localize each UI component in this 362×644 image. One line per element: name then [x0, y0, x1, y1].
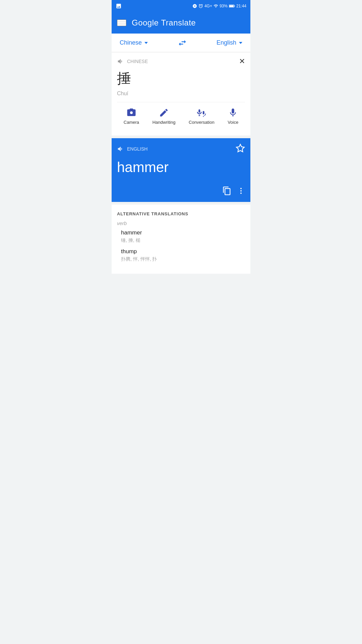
- photo-icon: [116, 3, 122, 9]
- status-bar-right: 4G+ 93% 21:44: [192, 4, 246, 8]
- voice-label: Voice: [228, 120, 238, 125]
- mic-icon: [228, 108, 238, 118]
- app-title: Google Translate: [132, 18, 196, 28]
- source-lang-chevron-down-icon: [144, 42, 148, 44]
- pen-icon: [159, 108, 169, 118]
- svg-point-5: [240, 190, 242, 192]
- swap-horizontal-icon: [178, 38, 187, 48]
- svg-rect-1: [229, 5, 234, 7]
- translated-word: hammer: [117, 159, 245, 175]
- network-label: 4G+: [204, 4, 212, 8]
- camera-icon: [126, 108, 136, 118]
- alarm-icon: [198, 4, 203, 8]
- pos-label-verb: verb: [117, 220, 245, 226]
- source-language-button[interactable]: Chinese: [117, 37, 150, 49]
- svg-point-4: [240, 188, 242, 189]
- source-language-label: Chinese: [120, 39, 142, 46]
- input-area: CHINESE ✕ 捶 Chuí Camera Handwriting Conv…: [112, 52, 250, 136]
- menu-button[interactable]: [117, 19, 126, 26]
- target-lang-chevron-down-icon: [239, 42, 242, 44]
- app-bar: Google Translate: [112, 12, 250, 34]
- dual-mic-icon: [196, 108, 206, 118]
- target-language-label: English: [217, 39, 236, 46]
- time-label: 21:44: [236, 4, 246, 8]
- svg-marker-3: [236, 144, 244, 152]
- app-title-google: Google: [132, 18, 161, 27]
- alternative-translations: ALTERNATIVE TRANSLATIONS verb hammer 锤, …: [112, 205, 250, 274]
- tools-row: Camera Handwriting Conversation Voice: [117, 102, 245, 130]
- battery-label: 93%: [220, 4, 228, 8]
- close-input-button[interactable]: ✕: [239, 58, 245, 65]
- app-title-translate: Translate: [161, 18, 196, 27]
- romanization-text: Chuí: [117, 91, 245, 97]
- signal-icon: [214, 4, 218, 8]
- copy-button[interactable]: [222, 186, 232, 197]
- more-vertical-icon: [237, 187, 245, 195]
- input-speaker-icon[interactable]: [117, 58, 124, 65]
- alt-word-thump: thump: [117, 248, 245, 255]
- camera-label: Camera: [124, 120, 139, 125]
- input-header: CHINESE ✕: [117, 58, 245, 65]
- voice-button[interactable]: Voice: [222, 105, 244, 127]
- svg-rect-2: [234, 6, 235, 7]
- conversation-button[interactable]: Conversation: [183, 105, 220, 127]
- translation-area: ENGLISH hammer: [112, 138, 250, 202]
- battery-icon: [229, 4, 235, 8]
- alt-chars-thump: 扑腾, 怦, 怦怦, 扑: [117, 256, 245, 262]
- status-bar: 4G+ 93% 21:44: [112, 0, 250, 12]
- swap-languages-button[interactable]: [175, 36, 190, 50]
- download-icon: [192, 4, 197, 8]
- handwriting-label: Handwriting: [153, 120, 176, 125]
- star-icon: [236, 144, 245, 153]
- favorite-button[interactable]: [236, 144, 245, 154]
- camera-button[interactable]: Camera: [118, 105, 144, 127]
- alt-translations-title: ALTERNATIVE TRANSLATIONS: [117, 211, 245, 216]
- target-language-button[interactable]: English: [214, 37, 245, 49]
- handwriting-button[interactable]: Handwriting: [147, 105, 181, 127]
- translation-speaker-icon[interactable]: [117, 145, 124, 153]
- alt-chars-hammer: 锤, 捶, 槌: [117, 237, 245, 244]
- copy-icon: [222, 186, 232, 196]
- input-lang-label: CHINESE: [117, 58, 148, 65]
- input-lang-text: CHINESE: [127, 59, 148, 64]
- language-bar: Chinese English: [112, 34, 250, 52]
- status-bar-left: [116, 3, 122, 9]
- chinese-character: 捶: [117, 69, 245, 88]
- translation-lang-text: ENGLISH: [127, 146, 147, 152]
- translation-lang-label: ENGLISH: [117, 145, 147, 153]
- more-options-button[interactable]: [237, 187, 245, 196]
- alt-word-hammer: hammer: [117, 229, 245, 236]
- translation-header: ENGLISH: [117, 144, 245, 154]
- svg-point-6: [240, 193, 242, 194]
- translation-actions: [117, 186, 245, 197]
- conversation-label: Conversation: [189, 120, 215, 125]
